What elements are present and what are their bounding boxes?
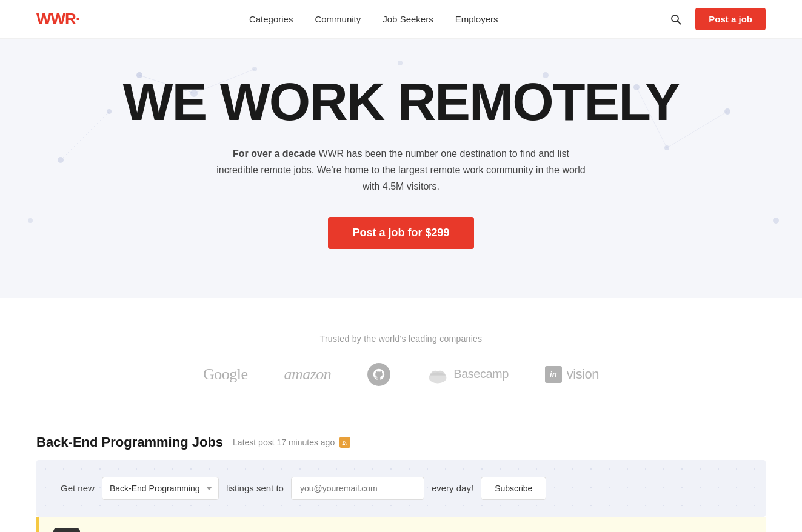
amazon-logo-text: amazon <box>284 365 331 384</box>
logo-github <box>367 363 390 386</box>
search-icon <box>670 13 682 25</box>
hero-subtitle: For over a decade WWR has been the numbe… <box>213 145 589 195</box>
svg-point-12 <box>398 61 403 65</box>
logo-basecamp: Basecamp <box>427 364 509 385</box>
logo-dot: · <box>76 10 79 28</box>
trusted-logos: Google amazon Basecamp in vision <box>24 363 778 386</box>
hero-subtitle-bold: For over a decade <box>233 148 316 159</box>
every-day-label: every day! <box>432 483 473 493</box>
site-logo[interactable]: WWR· <box>36 10 79 28</box>
hero-title: WE WORK REMOTELY <box>12 75 790 128</box>
hero-section: WE WORK REMOTELY For over a decade WWR h… <box>0 39 802 298</box>
job-listing-row: SI Scripto Insights <box>36 517 766 532</box>
github-icon <box>367 363 390 386</box>
jobs-section: Back-End Programming Jobs Latest post 17… <box>0 410 802 532</box>
nav-job-seekers[interactable]: Job Seekers <box>383 14 433 24</box>
nav-community[interactable]: Community <box>315 14 361 24</box>
svg-point-5 <box>58 157 64 163</box>
basecamp-icon <box>427 364 449 385</box>
latest-post-text: Latest post 17 minutes ago <box>233 437 335 447</box>
nav-links: Categories Community Job Seekers Employe… <box>249 14 498 24</box>
jobs-header: Back-End Programming Jobs Latest post 17… <box>36 434 766 450</box>
invision-logo-text: vision <box>567 367 599 382</box>
company-logo: SI <box>53 528 80 532</box>
logo-amazon: amazon <box>284 365 331 384</box>
svg-point-20 <box>343 443 344 445</box>
svg-point-8 <box>664 145 669 150</box>
navbar-actions: Post a job <box>667 8 766 30</box>
trusted-title: Trusted by the world's leading companies <box>24 334 778 344</box>
svg-point-11 <box>773 218 779 224</box>
nav-employers[interactable]: Employers <box>455 14 498 24</box>
logo-text: WWR <box>36 10 76 28</box>
subscription-box: Get new Back-End Programming listings se… <box>36 460 766 517</box>
jobs-meta: Latest post 17 minutes ago <box>233 437 350 448</box>
invision-icon: in <box>545 366 562 383</box>
category-select[interactable]: Back-End Programming <box>102 477 219 500</box>
post-job-button[interactable]: Post a job <box>695 8 766 30</box>
subscribe-button[interactable]: Subscribe <box>481 477 546 500</box>
search-button[interactable] <box>667 11 684 28</box>
rss-icon <box>339 437 350 448</box>
nav-categories[interactable]: Categories <box>249 14 293 24</box>
navbar: WWR· Categories Community Job Seekers Em… <box>0 0 802 39</box>
svg-line-1 <box>678 21 681 24</box>
basecamp-logo-text: Basecamp <box>453 367 509 381</box>
trusted-section: Trusted by the world's leading companies… <box>0 298 802 410</box>
svg-point-10 <box>28 218 33 223</box>
jobs-section-title: Back-End Programming Jobs <box>36 434 223 450</box>
listings-sent-label: listings sent to <box>226 483 284 493</box>
hero-cta-button[interactable]: Post a job for $299 <box>328 217 473 249</box>
email-input[interactable] <box>291 477 424 500</box>
get-new-label: Get new <box>61 483 95 493</box>
google-logo-text: Google <box>203 365 248 384</box>
logo-google: Google <box>203 365 248 384</box>
svg-point-6 <box>252 67 257 71</box>
logo-invision: in vision <box>545 366 599 383</box>
